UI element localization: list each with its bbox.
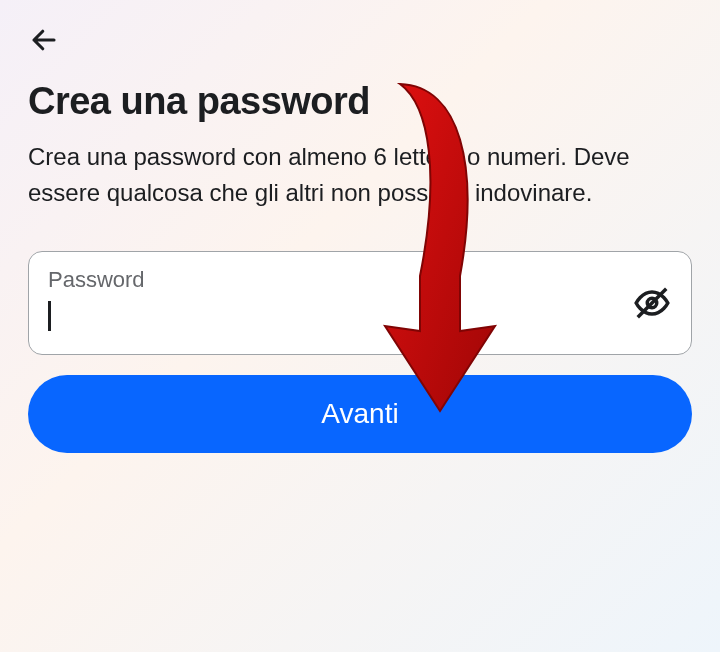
password-input-wrapper: Password [28,251,692,355]
text-cursor [48,301,51,331]
back-button[interactable] [24,20,64,60]
annotation-arrow-icon [380,76,500,416]
eye-off-icon [633,284,671,322]
page-description: Crea una password con almeno 6 lettere o… [28,139,692,211]
toggle-password-visibility-button[interactable] [630,281,674,325]
next-button[interactable]: Avanti [28,375,692,453]
password-input[interactable] [28,251,692,355]
arrow-left-icon [29,25,59,55]
page-title: Crea una password [28,80,692,123]
next-button-label: Avanti [321,398,398,430]
